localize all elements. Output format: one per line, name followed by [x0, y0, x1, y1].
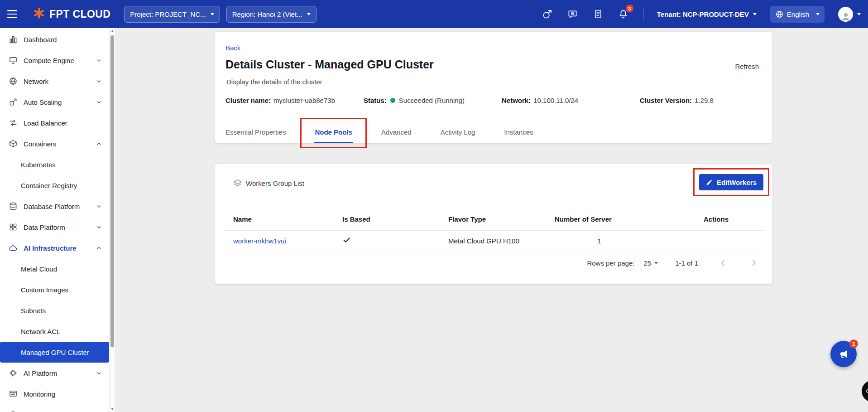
- apps-grid-icon: [8, 223, 18, 232]
- sidebar-item-label: Network: [24, 78, 48, 85]
- info-value: 10.100.11.0/24: [533, 97, 578, 104]
- info-network: Network: 10.100.11.0/24: [502, 97, 640, 104]
- chevron-down-icon: [753, 13, 757, 15]
- scroll-down-arrow-icon[interactable]: ▼: [110, 407, 115, 411]
- announcements-fab-button[interactable]: 1: [830, 341, 857, 367]
- database-icon: [8, 202, 18, 211]
- project-selector[interactable]: Project: PROJECT_NC...: [124, 6, 220, 23]
- chevron-down-icon: [857, 13, 861, 15]
- column-header-number-of-server: Number of Server: [555, 215, 704, 223]
- tab-activity-log[interactable]: Activity Log: [441, 121, 475, 143]
- info-value: 1.29.8: [695, 97, 714, 104]
- sidebar-item-data-platform[interactable]: Data Platform: [0, 217, 115, 238]
- info-status: Status: Succeeded (Running): [364, 97, 502, 104]
- edit-workers-button[interactable]: EditWorkers: [699, 174, 763, 190]
- sidebar-item-label: Custom Images: [21, 286, 68, 294]
- scroll-up-arrow-icon[interactable]: ▲: [110, 29, 115, 33]
- sidebar-item-network-acl[interactable]: Network ACL: [0, 321, 115, 342]
- previous-page-button[interactable]: [717, 257, 729, 269]
- account-menu[interactable]: [838, 7, 861, 22]
- sidebar-item-network[interactable]: Network: [0, 71, 115, 92]
- sidebar-item-label: Managed GPU Cluster: [21, 349, 89, 356]
- tab-instances[interactable]: Instances: [504, 121, 533, 143]
- support-chat-icon[interactable]: [567, 8, 579, 20]
- workers-table-header: Name Is Based Flavor Type Number of Serv…: [224, 208, 763, 231]
- chevron-down-icon: [96, 57, 102, 64]
- chevron-down-icon: [96, 224, 102, 231]
- chevron-down-icon: [816, 13, 820, 15]
- menu-hamburger-icon[interactable]: [7, 6, 24, 22]
- sidebar-item-label: Dashboard: [24, 36, 57, 44]
- sidebar-item-label: Database Platform: [24, 203, 80, 210]
- sidebar-item-container-registry[interactable]: Container Registry: [0, 175, 115, 196]
- sidebar-item-label: Container Registry: [21, 182, 77, 189]
- column-header-is-based: Is Based: [342, 215, 448, 223]
- layers-icon: [233, 178, 243, 188]
- package-icon: [8, 139, 18, 149]
- sidebar-item-compute-engine[interactable]: Compute Engine: [0, 50, 115, 71]
- sidebar-item-partial[interactable]: [0, 404, 115, 412]
- sidebar-item-custom-images[interactable]: Custom Images: [0, 279, 115, 300]
- survey-clipboard-icon[interactable]: [592, 8, 604, 20]
- sidebar-item-containers[interactable]: Containers: [0, 133, 115, 154]
- worker-name-link[interactable]: worker-mkhw1vui: [233, 237, 342, 245]
- info-label: Network:: [502, 97, 531, 104]
- column-header-name: Name: [233, 215, 342, 223]
- sidebar-item-dashboard[interactable]: Dashboard: [0, 29, 115, 50]
- sidebar-item-subnets[interactable]: Subnets: [0, 300, 115, 321]
- project-selector-label: Project: PROJECT_NC...: [130, 10, 206, 18]
- sidebar-scrollbar[interactable]: ▲ ▼: [109, 28, 115, 412]
- sidebar-item-label: AI Platform: [24, 369, 57, 377]
- pagination-range: 1-1 of 1: [675, 259, 698, 267]
- sidebar-item-label: Auto Scaling: [24, 98, 62, 106]
- tab-advanced[interactable]: Advanced: [381, 121, 412, 143]
- globe-icon: [775, 10, 784, 19]
- page-title: Details Cluster - Managed GPU Cluster: [225, 58, 434, 71]
- sidebar-item-monitoring[interactable]: Monitoring: [0, 383, 115, 404]
- chevron-up-icon: [96, 141, 102, 147]
- region-selector[interactable]: Region: Hanoi 2 (Viet...: [226, 6, 317, 23]
- pagination: Rows per page: 25 1-1 of 1: [587, 253, 760, 273]
- sidebar-item-label: Compute Engine: [24, 57, 74, 64]
- chat-widget-button[interactable]: [862, 380, 868, 402]
- tenant-selector[interactable]: Tenant: NCP-PRODUCT-DEV: [657, 10, 757, 18]
- refresh-button[interactable]: Refresh: [735, 63, 759, 70]
- notification-badge: 3: [626, 5, 633, 12]
- launch-icon[interactable]: [542, 8, 553, 20]
- dashboard-icon: [8, 35, 18, 44]
- sidebar-item-database-platform[interactable]: Database Platform: [0, 196, 115, 217]
- edit-workers-label: EditWorkers: [717, 179, 757, 186]
- sidebar-item-auto-scaling[interactable]: Auto Scaling: [0, 92, 115, 112]
- load-balancer-icon: [8, 118, 18, 128]
- sidebar-item-load-balancer[interactable]: Load Balancer: [0, 112, 115, 133]
- navbar-divider: [643, 8, 643, 20]
- rows-per-page-label: Rows per page:: [587, 259, 634, 267]
- sidebar-item-kubernetes[interactable]: Kubernetes: [0, 154, 115, 175]
- workers-group-title: Workers Group List: [246, 179, 304, 187]
- info-label: Cluster name:: [225, 97, 271, 104]
- monitoring-icon: [8, 389, 18, 399]
- sidebar-item-label: Subnets: [21, 307, 46, 315]
- language-selector[interactable]: English: [770, 6, 825, 23]
- tab-node-pools[interactable]: Node Pools: [315, 121, 352, 143]
- chip-icon: [8, 368, 18, 378]
- megaphone-icon: [838, 348, 849, 360]
- back-link[interactable]: Back: [225, 44, 240, 52]
- sidebar-item-ai-platform[interactable]: AI Platform: [0, 363, 115, 383]
- sidebar-item-label: Kubernetes: [21, 161, 56, 169]
- column-header-flavor-type: Flavor Type: [448, 215, 555, 223]
- notification-bell-icon[interactable]: 3: [618, 8, 629, 20]
- scale-up-icon: [8, 97, 18, 107]
- column-header-actions: Actions: [704, 215, 763, 223]
- rows-per-page-select[interactable]: 25: [643, 259, 658, 267]
- next-page-button[interactable]: [748, 257, 760, 269]
- sidebar-item-label: Data Platform: [24, 223, 65, 231]
- tab-essential-properties[interactable]: Essential Properties: [225, 121, 286, 143]
- chevron-down-icon: [654, 262, 658, 264]
- sidebar-item-managed-gpu-cluster[interactable]: Managed GPU Cluster: [0, 342, 109, 363]
- scrollbar-thumb[interactable]: [110, 35, 114, 347]
- fpt-cloud-logo[interactable]: FPT CLOUD: [33, 7, 110, 21]
- sidebar-item-label: Monitoring: [24, 390, 55, 398]
- sidebar-item-metal-cloud[interactable]: Metal Cloud: [0, 258, 115, 279]
- sidebar-item-ai-infrastructure[interactable]: AI Infrastructure: [0, 238, 115, 258]
